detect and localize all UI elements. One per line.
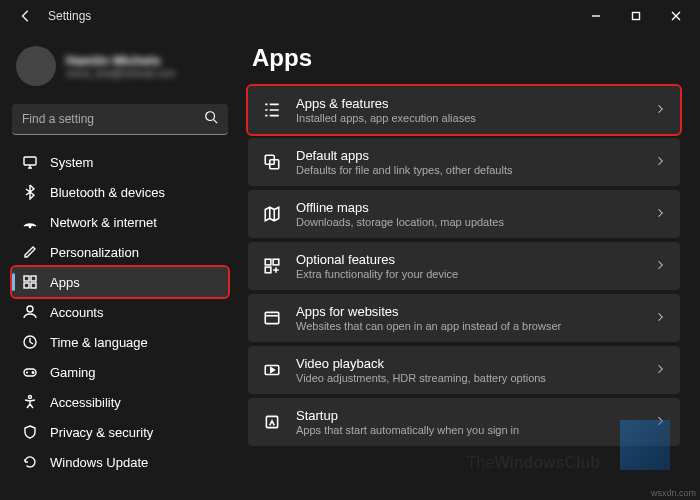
svg-rect-15 bbox=[265, 259, 271, 265]
card-websites[interactable]: Apps for websites Websites that can open… bbox=[248, 294, 680, 342]
card-subtitle: Apps that start automatically when you s… bbox=[296, 424, 640, 436]
nav-list: System Bluetooth & devices Network & int… bbox=[12, 147, 228, 477]
card-text: Startup Apps that start automatically wh… bbox=[296, 408, 640, 436]
minimize-button[interactable] bbox=[576, 2, 616, 30]
sidebar-item-label: Accounts bbox=[50, 305, 103, 320]
svg-rect-4 bbox=[24, 276, 29, 281]
card-apps-features[interactable]: Apps & features Installed apps, app exec… bbox=[248, 86, 680, 134]
card-text: Apps & features Installed apps, app exec… bbox=[296, 96, 640, 124]
video-icon bbox=[262, 360, 282, 380]
source-tag: wsxdn.com bbox=[651, 488, 696, 498]
card-text: Video playback Video adjustments, HDR st… bbox=[296, 356, 640, 384]
card-subtitle: Installed apps, app execution aliases bbox=[296, 112, 640, 124]
svg-rect-0 bbox=[633, 13, 640, 20]
user-email: some_line@hotmail.com bbox=[66, 68, 176, 79]
svg-point-3 bbox=[29, 226, 30, 227]
svg-point-12 bbox=[29, 396, 32, 399]
card-optional[interactable]: Optional features Extra functionality fo… bbox=[248, 242, 680, 290]
list-icon bbox=[262, 100, 282, 120]
card-title: Video playback bbox=[296, 356, 640, 371]
maximize-button[interactable] bbox=[616, 2, 656, 30]
sidebar-item-network[interactable]: Network & internet bbox=[12, 207, 228, 237]
accessibility-icon bbox=[22, 394, 38, 410]
sidebar-item-label: Personalization bbox=[50, 245, 139, 260]
sidebar-item-gaming[interactable]: Gaming bbox=[12, 357, 228, 387]
search-box[interactable] bbox=[12, 104, 228, 135]
bluetooth-icon bbox=[22, 184, 38, 200]
card-title: Optional features bbox=[296, 252, 640, 267]
sidebar-item-label: Apps bbox=[50, 275, 80, 290]
card-startup[interactable]: Startup Apps that start automatically wh… bbox=[248, 398, 680, 446]
svg-point-8 bbox=[27, 306, 33, 312]
card-title: Startup bbox=[296, 408, 640, 423]
time-icon bbox=[22, 334, 38, 350]
card-subtitle: Video adjustments, HDR streaming, batter… bbox=[296, 372, 640, 384]
card-subtitle: Websites that can open in an app instead… bbox=[296, 320, 640, 332]
user-block[interactable]: Hamlin Michels some_line@hotmail.com bbox=[12, 40, 228, 98]
close-button[interactable] bbox=[656, 2, 696, 30]
user-info: Hamlin Michels some_line@hotmail.com bbox=[66, 53, 176, 79]
chevron-right-icon bbox=[654, 154, 666, 170]
card-title: Apps for websites bbox=[296, 304, 640, 319]
sidebar-item-label: Privacy & security bbox=[50, 425, 153, 440]
back-button[interactable] bbox=[16, 6, 36, 26]
svg-rect-18 bbox=[265, 312, 279, 323]
search-input[interactable] bbox=[22, 112, 204, 126]
sidebar: Hamlin Michels some_line@hotmail.com Sys… bbox=[0, 32, 240, 500]
svg-rect-17 bbox=[265, 267, 271, 273]
svg-point-11 bbox=[32, 372, 34, 374]
sidebar-item-personalization[interactable]: Personalization bbox=[12, 237, 228, 267]
card-title: Default apps bbox=[296, 148, 640, 163]
network-icon bbox=[22, 214, 38, 230]
accounts-icon bbox=[22, 304, 38, 320]
websites-icon bbox=[262, 308, 282, 328]
card-video[interactable]: Video playback Video adjustments, HDR st… bbox=[248, 346, 680, 394]
user-name: Hamlin Michels bbox=[66, 53, 176, 68]
sidebar-item-time[interactable]: Time & language bbox=[12, 327, 228, 357]
page-title: Apps bbox=[252, 44, 680, 72]
card-text: Optional features Extra functionality fo… bbox=[296, 252, 640, 280]
optional-icon bbox=[262, 256, 282, 276]
titlebar: Settings bbox=[0, 0, 700, 32]
svg-rect-7 bbox=[31, 283, 36, 288]
card-subtitle: Defaults for file and link types, other … bbox=[296, 164, 640, 176]
svg-rect-6 bbox=[24, 283, 29, 288]
card-text: Default apps Defaults for file and link … bbox=[296, 148, 640, 176]
sidebar-item-label: Accessibility bbox=[50, 395, 121, 410]
personalization-icon bbox=[22, 244, 38, 260]
avatar bbox=[16, 46, 56, 86]
card-title: Apps & features bbox=[296, 96, 640, 111]
search-icon bbox=[204, 110, 218, 128]
chevron-right-icon bbox=[654, 258, 666, 274]
svg-rect-5 bbox=[31, 276, 36, 281]
sidebar-item-update[interactable]: Windows Update bbox=[12, 447, 228, 477]
sidebar-item-label: Network & internet bbox=[50, 215, 157, 230]
sidebar-item-bluetooth[interactable]: Bluetooth & devices bbox=[12, 177, 228, 207]
update-icon bbox=[22, 454, 38, 470]
apps-icon bbox=[22, 274, 38, 290]
window-controls bbox=[576, 2, 696, 30]
sidebar-item-label: Bluetooth & devices bbox=[50, 185, 165, 200]
gaming-icon bbox=[22, 364, 38, 380]
card-default-apps[interactable]: Default apps Defaults for file and link … bbox=[248, 138, 680, 186]
card-offline-maps[interactable]: Offline maps Downloads, storage location… bbox=[248, 190, 680, 238]
chevron-right-icon bbox=[654, 310, 666, 326]
privacy-icon bbox=[22, 424, 38, 440]
chevron-right-icon bbox=[654, 206, 666, 222]
svg-rect-16 bbox=[273, 259, 279, 265]
svg-rect-2 bbox=[24, 157, 36, 165]
titlebar-left: Settings bbox=[16, 6, 91, 26]
map-icon bbox=[262, 204, 282, 224]
sidebar-item-label: Time & language bbox=[50, 335, 148, 350]
sidebar-item-apps[interactable]: Apps bbox=[12, 267, 228, 297]
sidebar-item-accessibility[interactable]: Accessibility bbox=[12, 387, 228, 417]
sidebar-item-accounts[interactable]: Accounts bbox=[12, 297, 228, 327]
sidebar-item-label: Gaming bbox=[50, 365, 96, 380]
sidebar-item-privacy[interactable]: Privacy & security bbox=[12, 417, 228, 447]
chevron-right-icon bbox=[654, 362, 666, 378]
sidebar-item-system[interactable]: System bbox=[12, 147, 228, 177]
chevron-right-icon bbox=[654, 102, 666, 118]
card-subtitle: Downloads, storage location, map updates bbox=[296, 216, 640, 228]
chevron-right-icon bbox=[654, 414, 666, 430]
system-icon bbox=[22, 154, 38, 170]
